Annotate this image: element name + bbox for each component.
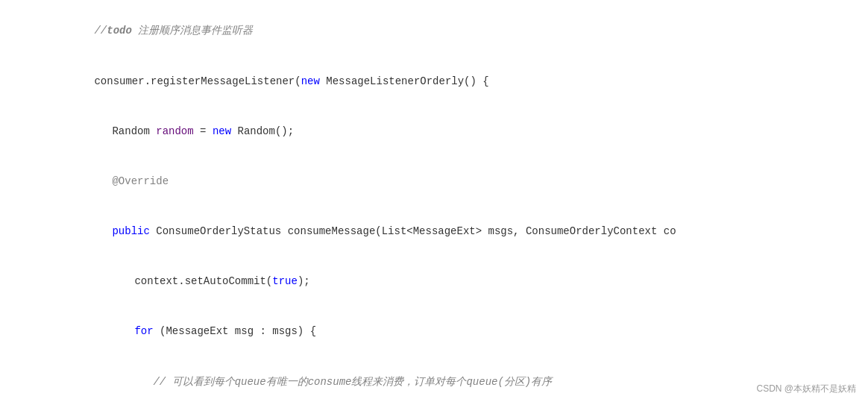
code-line-2: consumer.registerMessageListener(new Mes… <box>0 56 868 106</box>
code-line-1: //todo 注册顺序消息事件监听器 <box>0 6 868 56</box>
code-viewer: //todo 注册顺序消息事件监听器 consumer.registerMess… <box>0 0 868 405</box>
code-line-4: @Override <box>0 157 868 207</box>
code-line-5: public ConsumeOrderlyStatus consumeMessa… <box>0 207 868 257</box>
code-line-6: context.setAutoCommit(true); <box>0 257 868 307</box>
watermark: CSDN @本妖精不是妖精 <box>756 382 856 396</box>
code-line-8: // 可以看到每个queue有唯一的consume线程来消费，订单对每个queu… <box>0 357 868 405</box>
code-line-7: for (MessageExt msg : msgs) { <box>0 307 868 357</box>
code-line-3: Random random = new Random(); <box>0 106 868 156</box>
